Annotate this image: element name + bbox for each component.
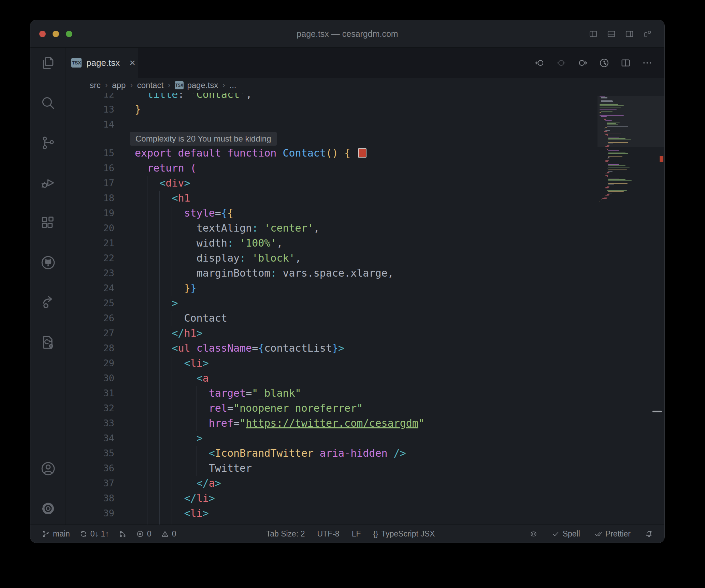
line-number[interactable]: 31 bbox=[66, 386, 135, 401]
titlebar[interactable]: page.tsx — cesargdm.com bbox=[30, 20, 664, 48]
code-line-14[interactable]: 14 bbox=[66, 117, 598, 132]
line-number[interactable]: 28 bbox=[66, 341, 135, 356]
line-number[interactable]: 21 bbox=[66, 236, 135, 251]
code-line-15[interactable]: 15export default function Contact() { bbox=[66, 146, 598, 161]
layout-sidebar-right-icon[interactable] bbox=[625, 29, 634, 39]
notifications[interactable] bbox=[645, 530, 653, 538]
activity-live-share[interactable] bbox=[40, 295, 56, 310]
activity-extensions[interactable] bbox=[40, 215, 56, 231]
error-count[interactable]: 0 bbox=[136, 529, 152, 539]
eol[interactable]: LF bbox=[352, 529, 361, 539]
code-line-31[interactable]: 31 target="_blank" bbox=[66, 386, 598, 401]
encoding[interactable]: UTF-8 bbox=[317, 529, 339, 539]
code-line-23[interactable]: 23 marginBottom: vars.space.xlarge, bbox=[66, 266, 598, 281]
breadcrumb-item-src[interactable]: src bbox=[90, 80, 101, 90]
line-number[interactable]: 12 bbox=[66, 93, 135, 102]
code-line-36[interactable]: 36 Twitter bbox=[66, 461, 598, 476]
code-line-38[interactable]: 38 </li> bbox=[66, 491, 598, 506]
code-line-26[interactable]: 26 Contact bbox=[66, 311, 598, 326]
more-actions-icon[interactable] bbox=[642, 58, 652, 68]
code-line-28[interactable]: 28 <ul className={contactList}> bbox=[66, 341, 598, 356]
minimize-window-button[interactable] bbox=[53, 31, 59, 37]
code-line-24[interactable]: 24 }} bbox=[66, 281, 598, 296]
code-line-19[interactable]: 19 style={{ bbox=[66, 206, 598, 221]
layout-customize-icon[interactable] bbox=[643, 29, 652, 39]
nav-back-icon[interactable] bbox=[534, 58, 545, 68]
line-number[interactable]: 30 bbox=[66, 371, 135, 386]
line-number[interactable]: 29 bbox=[66, 356, 135, 371]
line-number[interactable]: 39 bbox=[66, 506, 135, 521]
nav-forward-icon[interactable] bbox=[577, 58, 588, 68]
line-number[interactable]: 35 bbox=[66, 446, 135, 461]
code-line-18[interactable]: 18 <h1 bbox=[66, 191, 598, 206]
code-line-16[interactable]: 16 return ( bbox=[66, 161, 598, 176]
code-line-40[interactable]: 40 <a bbox=[66, 521, 598, 525]
code-line-17[interactable]: 17 <div> bbox=[66, 176, 598, 191]
line-number[interactable]: 32 bbox=[66, 401, 135, 416]
code-line-13[interactable]: 13} bbox=[66, 102, 598, 117]
code-line-27[interactable]: 27 </h1> bbox=[66, 326, 598, 341]
split-editor-icon[interactable] bbox=[620, 58, 631, 68]
line-number[interactable]: 17 bbox=[66, 176, 135, 191]
code-line-29[interactable]: 29 <li> bbox=[66, 356, 598, 371]
timeline-icon[interactable] bbox=[599, 58, 609, 68]
nav-circle-icon[interactable] bbox=[556, 58, 566, 68]
breadcrumb-item-contact[interactable]: contact bbox=[137, 80, 163, 90]
line-number[interactable]: 25 bbox=[66, 296, 135, 311]
tab-size[interactable]: Tab Size: 2 bbox=[266, 529, 305, 539]
code-line-21[interactable]: 21 width: '100%', bbox=[66, 236, 598, 251]
activity-explorer[interactable] bbox=[40, 55, 56, 71]
code-line-37[interactable]: 37 </a> bbox=[66, 476, 598, 491]
line-number[interactable]: 19 bbox=[66, 206, 135, 221]
activity-github[interactable] bbox=[40, 255, 56, 270]
git-graph-indicator[interactable] bbox=[119, 530, 127, 538]
line-number[interactable]: 13 bbox=[66, 102, 135, 117]
copilot-status[interactable] bbox=[530, 530, 537, 538]
line-number[interactable]: 15 bbox=[66, 146, 135, 161]
breadcrumb-item-page-tsx[interactable]: page.tsx bbox=[187, 80, 218, 90]
line-number[interactable]: 22 bbox=[66, 251, 135, 266]
line-number[interactable]: 27 bbox=[66, 326, 135, 341]
activity-code-runner[interactable] bbox=[40, 335, 56, 350]
line-number[interactable]: 23 bbox=[66, 266, 135, 281]
line-number[interactable]: 18 bbox=[66, 191, 135, 206]
code-editor[interactable]: 12 title: 'Contact',13}14Complexity is 2… bbox=[66, 93, 664, 525]
code-line-35[interactable]: 35 <IconBrandTwitter aria-hidden /> bbox=[66, 446, 598, 461]
breadcrumb-item-app[interactable]: app bbox=[112, 80, 126, 90]
close-window-button[interactable] bbox=[39, 31, 46, 37]
activity-search[interactable] bbox=[40, 95, 56, 111]
line-number[interactable]: 14 bbox=[66, 117, 135, 132]
code-line-20[interactable]: 20 textAlign: 'center', bbox=[66, 221, 598, 236]
sync-indicator[interactable]: 0↓ 1↑ bbox=[80, 529, 109, 539]
line-number[interactable]: 34 bbox=[66, 431, 135, 446]
tab-close-icon[interactable]: × bbox=[129, 58, 135, 68]
prettier-status[interactable]: Prettier bbox=[594, 529, 631, 539]
activity-account[interactable] bbox=[40, 461, 56, 476]
breadcrumb-ellipsis[interactable]: ... bbox=[229, 80, 236, 90]
spell-status[interactable]: Spell bbox=[552, 529, 580, 539]
language-mode[interactable]: {}TypeScript JSX bbox=[373, 529, 435, 539]
color-decorator-error-box[interactable] bbox=[358, 148, 366, 158]
line-number[interactable]: 37 bbox=[66, 476, 135, 491]
activity-settings[interactable] bbox=[40, 501, 56, 516]
activity-source-control[interactable] bbox=[40, 135, 56, 151]
code-line-34[interactable]: 34 > bbox=[66, 431, 598, 446]
activity-run-debug[interactable] bbox=[40, 175, 56, 191]
code-line-25[interactable]: 25 > bbox=[66, 296, 598, 311]
tab-page-tsx[interactable]: TSX page.tsx × bbox=[66, 48, 138, 78]
code-line-12[interactable]: 12 title: 'Contact', bbox=[66, 93, 598, 102]
warning-count[interactable]: 0 bbox=[161, 529, 176, 539]
line-number[interactable]: 16 bbox=[66, 161, 135, 176]
code-line-39[interactable]: 39 <li> bbox=[66, 506, 598, 521]
line-number[interactable]: 36 bbox=[66, 461, 135, 476]
maximize-window-button[interactable] bbox=[66, 31, 72, 37]
branch-indicator[interactable]: main bbox=[42, 529, 70, 539]
layout-panel-icon[interactable] bbox=[607, 29, 616, 39]
line-number[interactable]: 33 bbox=[66, 416, 135, 431]
line-number[interactable]: 26 bbox=[66, 311, 135, 326]
code-line-32[interactable]: 32 rel="noopener noreferrer" bbox=[66, 401, 598, 416]
line-number[interactable]: 24 bbox=[66, 281, 135, 296]
minimap[interactable] bbox=[598, 93, 664, 525]
line-number[interactable]: 38 bbox=[66, 491, 135, 506]
code-line-30[interactable]: 30 <a bbox=[66, 371, 598, 386]
